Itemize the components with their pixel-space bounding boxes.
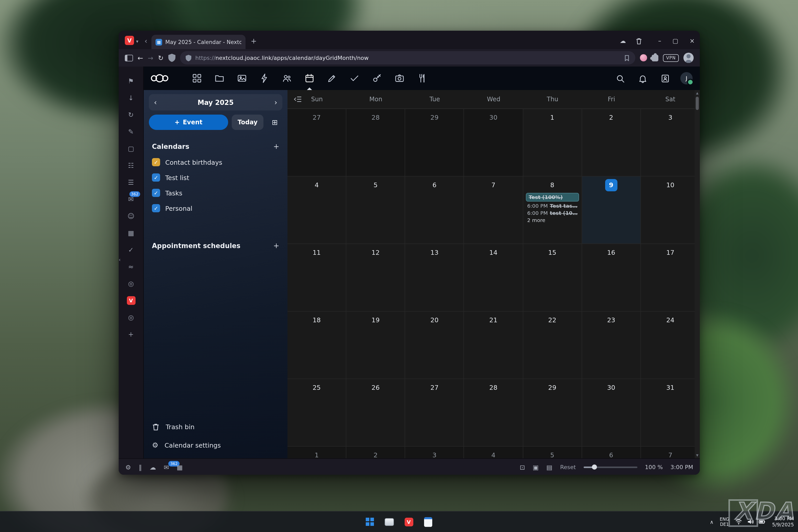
calendar-day-cell[interactable]: 6 [582, 446, 641, 458]
calendar-day-cell[interactable]: 7 [641, 446, 700, 458]
mail-status-icon[interactable]: ✉362 [164, 463, 169, 471]
calendar-checkbox[interactable]: ✓ [152, 204, 160, 212]
vivaldi-panel-icon[interactable]: V [124, 292, 138, 309]
extension-pink-icon[interactable] [640, 54, 647, 61]
scroll-up-icon[interactable]: ▲ [696, 91, 698, 95]
calendar-day-cell[interactable]: 5 [346, 176, 405, 244]
taskbar-vivaldi-icon[interactable]: V [403, 516, 415, 528]
windows-icon[interactable]: ▢ [124, 140, 138, 157]
sync-cloud-icon[interactable]: ☁ [620, 37, 626, 44]
calendar-day-cell[interactable]: 9 [582, 176, 641, 244]
maximize-button[interactable]: ▢ [672, 37, 678, 44]
calendar-list-item[interactable]: ✓Test list [148, 170, 283, 185]
calendar-day-cell[interactable]: 11 [287, 244, 346, 311]
vpn-badge[interactable]: VPN [663, 54, 679, 62]
search-icon[interactable] [611, 66, 629, 90]
vivaldi-menu-caret-icon[interactable]: ▾ [136, 39, 138, 44]
calendar-day-cell[interactable]: 19 [346, 311, 405, 379]
app-tasks-icon[interactable] [343, 66, 366, 90]
calendar-list-item[interactable]: ✓Personal [148, 201, 283, 216]
current-month-label[interactable]: May 2025 [198, 98, 234, 106]
zoom-slider-knob[interactable] [592, 464, 597, 470]
toggle-images-icon[interactable]: ▣ [533, 463, 539, 471]
history-icon[interactable]: ↻ [124, 107, 138, 123]
calendar-scrollbar[interactable]: ▲ ▼ [695, 90, 700, 458]
app-passwords-icon[interactable] [366, 66, 388, 90]
calendar-day-cell[interactable]: 13 [405, 244, 464, 311]
calendar-day-cell[interactable]: 30 [464, 109, 523, 176]
calendar-day-cell[interactable]: 7 [464, 176, 523, 244]
calendar-panel-icon[interactable]: ▦ [124, 225, 138, 242]
calendar-day-cell[interactable]: 20 [405, 311, 464, 379]
app-contacts-icon[interactable] [276, 66, 298, 90]
calendar-day-cell[interactable]: 1 [287, 446, 346, 458]
calendar-day-cell[interactable]: 3 [641, 109, 700, 176]
notes-icon[interactable]: ✎ [124, 123, 138, 140]
contacts-menu-icon[interactable] [656, 66, 674, 90]
scroll-down-icon[interactable]: ▼ [696, 453, 698, 457]
bookmark-icon[interactable] [624, 55, 630, 61]
taskbar-calendar-icon[interactable] [422, 516, 434, 528]
calendar-day-cell[interactable]: 6 [405, 176, 464, 244]
nextcloud-logo[interactable] [151, 74, 168, 82]
event-item[interactable]: 6:00 PMTest tas… [526, 203, 579, 209]
calendar-day-cell[interactable]: 10 [641, 176, 700, 244]
start-button[interactable] [364, 516, 376, 528]
calendar-day-cell[interactable]: 23 [582, 311, 641, 379]
calendar-day-cell[interactable]: 4 [287, 176, 346, 244]
app-cookbook-icon[interactable] [411, 66, 433, 90]
calendar-day-cell[interactable]: 14 [464, 244, 523, 311]
web-panel-2-icon[interactable]: ◎ [124, 309, 138, 326]
contacts-panel-icon[interactable]: ☺ [124, 208, 138, 225]
panel-collapse-handle[interactable]: ‹ [119, 257, 121, 262]
vivaldi-menu-icon[interactable]: V [125, 36, 134, 45]
calendar-list-item[interactable]: ✓Tasks [148, 185, 283, 201]
back-icon[interactable]: ← [138, 54, 143, 62]
new-event-button[interactable]: + Event [149, 115, 228, 130]
calendar-checkbox[interactable]: ✓ [152, 173, 160, 182]
app-calendar-icon[interactable] [298, 66, 321, 90]
app-talk-icon[interactable] [388, 66, 411, 90]
calendar-day-cell[interactable]: 8Test (100%)6:00 PMTest tas…6:00 PMtest … [523, 176, 582, 244]
calendar-day-cell[interactable]: 5 [523, 446, 582, 458]
zoom-slider[interactable] [584, 466, 637, 468]
calendar-day-cell[interactable]: 27 [287, 109, 346, 176]
page-tiling-icon[interactable]: ▤ [546, 463, 552, 471]
app-dashboard-icon[interactable] [186, 66, 208, 90]
calendar-day-cell[interactable]: 30 [582, 379, 641, 446]
language-indicator[interactable]: ENG DE1 [720, 517, 729, 527]
capture-page-icon[interactable]: ⊡ [520, 463, 525, 471]
mail-panel-icon[interactable]: ✉362 [124, 191, 138, 208]
close-button[interactable]: × [689, 37, 695, 44]
calendar-day-cell[interactable]: 17 [641, 244, 700, 311]
forward-icon[interactable]: → [148, 54, 153, 62]
notifications-icon[interactable] [633, 66, 652, 90]
event-block[interactable]: Test (100%) [526, 193, 579, 202]
calendar-day-cell[interactable]: 25 [287, 379, 346, 446]
app-files-icon[interactable] [208, 66, 231, 90]
calendar-day-cell[interactable]: 4 [464, 446, 523, 458]
break-mode-icon[interactable]: ∥ [139, 463, 142, 471]
calendar-day-cell[interactable]: 26 [346, 379, 405, 446]
scrollbar-thumb[interactable] [696, 97, 699, 110]
statusbar-clock[interactable]: 3:00 PM [670, 464, 693, 470]
calendar-day-cell[interactable]: 22 [523, 311, 582, 379]
reading-list-icon[interactable]: ☷ [124, 157, 138, 174]
sync-cloud-icon[interactable]: ☁ [150, 463, 156, 471]
app-notes-icon[interactable] [321, 66, 343, 90]
user-avatar[interactable]: J [680, 72, 692, 84]
bookmarks-icon[interactable]: ⚑ [124, 73, 138, 90]
calendar-status-icon[interactable]: ▦ [177, 463, 183, 471]
calendar-day-cell[interactable]: 28 [346, 109, 405, 176]
calendar-checkbox[interactable]: ✓ [152, 158, 160, 166]
calendar-settings-button[interactable]: ⚙ Calendar settings [148, 436, 283, 454]
calendar-day-cell[interactable]: 27 [405, 379, 464, 446]
zoom-reset-button[interactable]: Reset [560, 464, 576, 470]
taskbar-explorer-icon[interactable] [383, 516, 395, 528]
tray-overflow-chevron-icon[interactable]: ∧ [710, 519, 714, 525]
calendar-day-cell[interactable]: 31 [641, 379, 700, 446]
tasks-panel-icon[interactable]: ✓ [124, 242, 138, 258]
sync-settings-gear-icon[interactable]: ⚙ [125, 463, 131, 471]
feeds-panel-icon[interactable]: ≈ [124, 258, 138, 275]
today-button[interactable]: Today [232, 115, 263, 130]
